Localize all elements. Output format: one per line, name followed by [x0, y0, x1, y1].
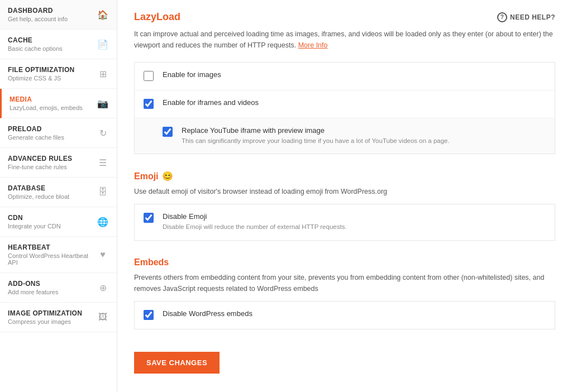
- sidebar-icon-cache: 📄: [97, 38, 109, 50]
- option-row-enable-images: Enable for images: [135, 63, 555, 90]
- checkbox-enable-iframes[interactable]: [144, 99, 154, 109]
- lazyload-section: Enable for imagesEnable for iframes and …: [134, 62, 555, 154]
- sidebar-item-media[interactable]: MEDIALazyLoad, emojis, embeds📷: [0, 89, 117, 118]
- page-description: It can improve actual and perceived load…: [134, 28, 555, 51]
- sidebar-item-title-file-optimization: FILE OPTIMIZATION: [8, 66, 92, 74]
- sidebar-item-advanced-rules[interactable]: ADVANCED RULESFine-tune cache rules☰: [0, 148, 117, 178]
- option-row-disable-emoji: Disable EmojiDisable Emoji will reduce t…: [135, 204, 555, 240]
- option-row-disable-embeds: Disable WordPress embeds: [135, 302, 555, 329]
- sidebar-item-image-optimization[interactable]: IMAGE OPTIMIZATIONCompress your images🖼: [0, 303, 117, 332]
- need-help-button[interactable]: ? NEED HELP?: [497, 12, 555, 22]
- need-help-label: NEED HELP?: [510, 13, 555, 21]
- emoji-section: Disable EmojiDisable Emoji will reduce t…: [134, 204, 555, 240]
- sidebar-item-subtitle-database: Optimize, reduce bloat: [8, 193, 92, 200]
- sidebar-item-subtitle-add-ons: Add more features: [8, 289, 92, 295]
- sidebar-item-subtitle-cache: Basic cache options: [8, 45, 92, 52]
- option-sublabel-disable-emoji: Disable Emoji will reduce the number of …: [163, 222, 347, 232]
- option-label-disable-emoji: Disable Emoji: [163, 212, 347, 221]
- sidebar-item-title-dashboard: DASHBOARD: [8, 7, 92, 15]
- sidebar-item-title-cache: CACHE: [8, 36, 92, 44]
- sidebar-icon-media: 📷: [97, 97, 109, 109]
- checkbox-replace-youtube[interactable]: [163, 127, 173, 137]
- option-label-replace-youtube: Replace YouTube iframe with preview imag…: [182, 126, 450, 135]
- sidebar-item-subtitle-preload: Generate cache files: [8, 134, 92, 141]
- embeds-description: Prevents others from embedding content f…: [134, 272, 555, 294]
- option-row-enable-iframes: Enable for iframes and videos: [135, 90, 555, 118]
- checkbox-disable-embeds[interactable]: [144, 310, 154, 320]
- sidebar-item-file-optimization[interactable]: FILE OPTIMIZATIONOptimize CSS & JS⊞: [0, 59, 117, 89]
- sidebar-icon-advanced-rules: ☰: [97, 156, 109, 169]
- option-label-disable-embeds: Disable WordPress embeds: [163, 309, 252, 318]
- sidebar-item-title-advanced-rules: ADVANCED RULES: [8, 155, 92, 162]
- sidebar-icon-preload: ↻: [97, 127, 109, 139]
- sidebar-item-cache[interactable]: CACHEBasic cache options📄: [0, 30, 117, 59]
- emoji-heading: Emoji 😊: [134, 171, 555, 181]
- sidebar-item-subtitle-advanced-rules: Fine-tune cache rules: [8, 164, 92, 170]
- page-header: LazyLoad ? NEED HELP?: [134, 11, 555, 23]
- sidebar-icon-database: 🗄: [97, 186, 109, 198]
- sidebar-item-title-preload: PRELOAD: [8, 125, 92, 133]
- option-row-replace-youtube: Replace YouTube iframe with preview imag…: [135, 118, 555, 154]
- sidebar-icon-dashboard: 🏠: [97, 8, 109, 21]
- sidebar-item-title-heartbeat: HEARTBEAT: [8, 243, 92, 251]
- emoji-description: Use default emoji of visitor's browser i…: [134, 186, 555, 197]
- sidebar-icon-image-optimization: 🖼: [97, 311, 109, 323]
- sidebar-item-title-cdn: CDN: [8, 214, 92, 222]
- sidebar-item-subtitle-heartbeat: Control WordPress Heartbeat API: [8, 252, 92, 266]
- sidebar-item-database[interactable]: DATABASEOptimize, reduce bloat🗄: [0, 178, 117, 207]
- help-icon: ?: [497, 12, 507, 22]
- more-info-link[interactable]: More Info: [298, 41, 328, 49]
- sidebar-item-subtitle-dashboard: Get help, account info: [8, 16, 92, 22]
- sidebar: DASHBOARDGet help, account info🏠CACHEBas…: [0, 0, 117, 392]
- sidebar-item-subtitle-image-optimization: Compress your images: [8, 318, 92, 325]
- sidebar-item-title-image-optimization: IMAGE OPTIMIZATION: [8, 309, 92, 317]
- sidebar-item-cdn[interactable]: CDNIntegrate your CDN🌐: [0, 207, 117, 237]
- sidebar-item-heartbeat[interactable]: HEARTBEATControl WordPress Heartbeat API…: [0, 237, 117, 273]
- emoji-section-container: Emoji 😊 Use default emoji of visitor's b…: [134, 171, 555, 240]
- sidebar-icon-add-ons: ⊕: [97, 281, 109, 294]
- emoji-icon: 😊: [162, 171, 173, 181]
- main-content: LazyLoad ? NEED HELP? It can improve act…: [117, 0, 572, 392]
- save-changes-button[interactable]: SAVE CHANGES: [134, 352, 220, 374]
- sidebar-item-subtitle-cdn: Integrate your CDN: [8, 223, 92, 230]
- option-label-enable-images: Enable for images: [163, 70, 221, 79]
- sidebar-item-title-add-ons: ADD-ONS: [8, 280, 92, 288]
- sidebar-item-subtitle-file-optimization: Optimize CSS & JS: [8, 75, 92, 82]
- sidebar-icon-cdn: 🌐: [97, 216, 109, 228]
- embeds-section-container: Embeds Prevents others from embedding co…: [134, 257, 555, 329]
- sidebar-item-add-ons[interactable]: ADD-ONSAdd more features⊕: [0, 273, 117, 303]
- sidebar-icon-file-optimization: ⊞: [97, 68, 109, 80]
- checkbox-disable-emoji[interactable]: [144, 213, 154, 223]
- checkbox-enable-images[interactable]: [144, 71, 154, 81]
- sidebar-item-subtitle-media: LazyLoad, emojis, embeds: [9, 104, 92, 111]
- option-sublabel-replace-youtube: This can significantly improve your load…: [182, 136, 450, 146]
- sidebar-item-preload[interactable]: PRELOADGenerate cache files↻: [0, 118, 117, 148]
- embeds-section: Disable WordPress embeds: [134, 301, 555, 329]
- sidebar-item-dashboard[interactable]: DASHBOARDGet help, account info🏠: [0, 0, 117, 30]
- sidebar-icon-heartbeat: ♥: [97, 248, 109, 261]
- sidebar-item-title-database: DATABASE: [8, 184, 92, 192]
- embeds-heading: Embeds: [134, 257, 555, 267]
- option-label-enable-iframes: Enable for iframes and videos: [163, 98, 259, 107]
- page-title: LazyLoad: [134, 11, 180, 23]
- sidebar-item-title-media: MEDIA: [9, 95, 92, 103]
